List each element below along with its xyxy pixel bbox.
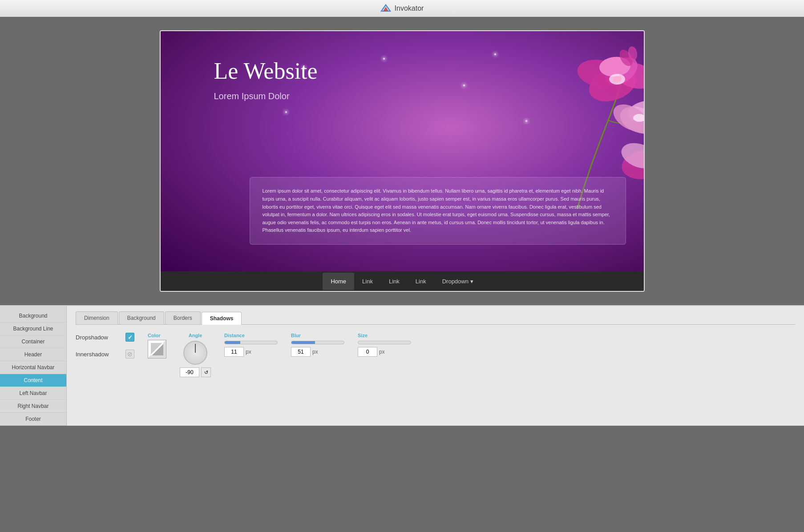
sidebar-item-background-line[interactable]: Background Line (0, 322, 66, 335)
distance-input[interactable] (224, 347, 244, 357)
nav-item-home[interactable]: Home (323, 273, 354, 290)
website-preview: Le Website Lorem Ipsum Dolor Lorem ipsum… (160, 30, 645, 292)
bottom-panel: Background Background Line Container Hea… (0, 305, 804, 426)
sidebar-item-container[interactable]: Container (0, 335, 66, 348)
sidebar-item-horizontal-navbar[interactable]: Horizontal Navbar (0, 361, 66, 374)
nav-item-link2[interactable]: Link (381, 273, 408, 290)
distance-input-row: px (224, 347, 278, 357)
blur-section: Blur px (291, 333, 344, 357)
shadow-toggles: Dropshadow Innershadow (76, 333, 134, 359)
sidebar-item-content[interactable]: Content (0, 374, 66, 387)
distance-px-label: px (246, 349, 251, 355)
tab-shadows[interactable]: Shadows (202, 312, 242, 325)
dropshadow-checkbox[interactable] (125, 333, 134, 342)
logo-area: Invokator (380, 4, 424, 13)
size-px-label: px (379, 349, 385, 355)
blur-label: Blur (291, 333, 344, 338)
website-hero: Le Website Lorem Ipsum Dolor Lorem ipsum… (161, 31, 644, 271)
sidebar-item-left-navbar[interactable]: Left Navbar (0, 387, 66, 400)
controls-row: Dropshadow Innershadow Color Angle (76, 333, 795, 377)
size-slider[interactable] (358, 341, 411, 344)
angle-reset-button[interactable]: ↺ (201, 367, 211, 377)
innershadow-label: Innershadow (76, 351, 120, 358)
topbar: Invokator (0, 0, 804, 17)
tab-dimension[interactable]: Dimension (76, 311, 118, 324)
angle-dial[interactable] (183, 341, 207, 365)
color-label: Color (148, 333, 161, 338)
tabs-row: Dimension Background Borders Shadows (76, 311, 795, 325)
sparkle-1 (303, 67, 305, 69)
preview-area: Le Website Lorem Ipsum Dolor Lorem ipsum… (0, 17, 804, 305)
blur-px-label: px (312, 349, 318, 355)
size-label: Size (358, 333, 411, 338)
svg-point-8 (613, 76, 622, 82)
size-input[interactable] (358, 347, 377, 357)
innershadow-checkbox[interactable] (125, 350, 134, 359)
nav-item-link1[interactable]: Link (354, 273, 381, 290)
nav-item-link3[interactable]: Link (408, 273, 434, 290)
size-section: Size px (358, 333, 411, 357)
content-panel: Dimension Background Borders Shadows Dro… (67, 306, 804, 426)
sidebar-item-background[interactable]: Background (0, 310, 66, 322)
sparkle-3 (383, 58, 385, 60)
sidebar-item-header[interactable]: Header (0, 348, 66, 361)
blur-input-row: px (291, 347, 344, 357)
size-input-row: px (358, 347, 411, 357)
blur-input[interactable] (291, 347, 311, 357)
tab-borders[interactable]: Borders (165, 311, 201, 324)
tab-background[interactable]: Background (119, 311, 164, 324)
invokator-logo-icon (380, 4, 391, 13)
color-swatch[interactable] (148, 340, 166, 359)
angle-label: Angle (189, 333, 202, 338)
sidebar: Background Background Line Container Hea… (0, 306, 67, 426)
sidebar-item-footer[interactable]: Footer (0, 413, 66, 426)
sidebar-item-right-navbar[interactable]: Right Navbar (0, 400, 66, 413)
distance-section: Distance px (224, 333, 278, 357)
sparkle-2 (285, 111, 287, 113)
app-title: Invokator (395, 4, 424, 12)
dropshadow-label: Dropshadow (76, 334, 120, 341)
blur-slider[interactable] (291, 341, 344, 344)
angle-input-row: ↺ (180, 367, 211, 377)
nav-item-dropdown[interactable]: Dropdown ▾ (434, 273, 481, 290)
website-navbar: Home Link Link Link Dropdown ▾ (161, 271, 644, 291)
distance-slider[interactable] (224, 341, 278, 344)
content-box: Lorem ipsum dolor sit amet, consectetur … (250, 177, 626, 245)
angle-section: Angle ↺ (180, 333, 211, 377)
innershadow-row: Innershadow (76, 350, 134, 359)
dropshadow-row: Dropshadow (76, 333, 134, 342)
distance-label: Distance (224, 333, 278, 338)
content-text: Lorem ipsum dolor sit amet, consectetur … (263, 187, 613, 234)
color-section: Color (148, 333, 166, 359)
angle-input[interactable] (180, 367, 199, 377)
